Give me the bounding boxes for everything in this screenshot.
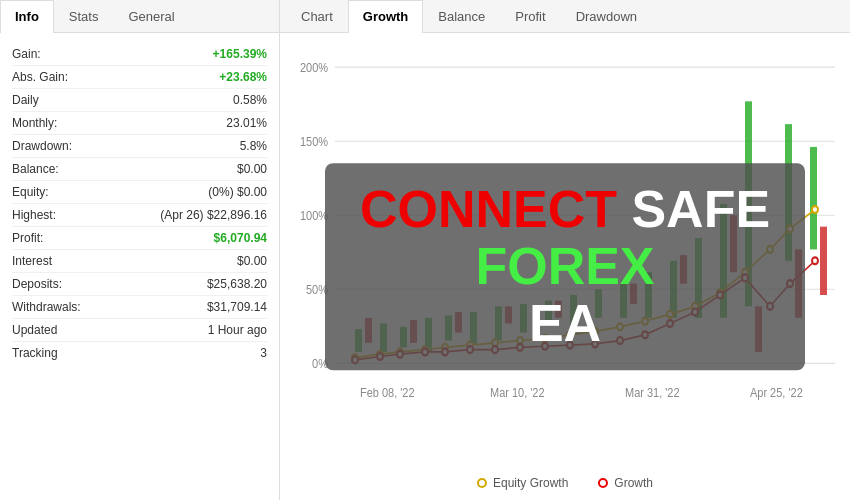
chart-tab-balance[interactable]: Balance (423, 0, 500, 32)
abs-gain-value: +23.68% (219, 70, 267, 84)
svg-point-63 (812, 206, 818, 213)
chart-tab-chart[interactable]: Chart (286, 0, 348, 32)
equity-growth-label: Equity Growth (493, 476, 568, 490)
info-row-equity: Equity: (0%) $0.00 (12, 181, 267, 204)
info-row-highest: Highest: (Apr 26) $22,896.16 (12, 204, 267, 227)
gain-label: Gain: (12, 47, 41, 61)
info-row-daily: Daily 0.58% (12, 89, 267, 112)
info-row-profit: Profit: $6,070.94 (12, 227, 267, 250)
gain-value: +165.39% (213, 47, 267, 61)
info-content: Gain: +165.39% Abs. Gain: +23.68% Daily … (0, 33, 279, 500)
growth-label: Growth (614, 476, 653, 490)
chart-area: 200% 150% 100% 50% 0% Feb 08, '22 Mar 10… (280, 33, 850, 500)
info-row-deposits: Deposits: $25,638.20 (12, 273, 267, 296)
overlay-connect: CONNECT (360, 180, 617, 238)
overlay: CONNECT SAFE FOREX EA (325, 163, 805, 371)
svg-text:150%: 150% (300, 134, 329, 148)
equity-value: (0%) $0.00 (208, 185, 267, 199)
chart-tab-profit[interactable]: Profit (500, 0, 560, 32)
withdrawals-value: $31,709.14 (207, 300, 267, 314)
svg-rect-32 (810, 147, 817, 250)
info-row-tracking: Tracking 3 (12, 342, 267, 364)
highest-label: Highest: (12, 208, 56, 222)
tab-stats[interactable]: Stats (54, 0, 114, 32)
info-row-updated: Updated 1 Hour ago (12, 319, 267, 342)
deposits-value: $25,638.20 (207, 277, 267, 291)
svg-text:200%: 200% (300, 60, 329, 74)
daily-label: Daily (12, 93, 39, 107)
info-row-monthly: Monthly: 23.01% (12, 112, 267, 135)
interest-label: Interest (12, 254, 52, 268)
svg-point-83 (812, 257, 818, 264)
overlay-safe: SAFE (631, 180, 770, 238)
tracking-label: Tracking (12, 346, 58, 360)
svg-text:Feb 08, '22: Feb 08, '22 (360, 386, 415, 400)
balance-label: Balance: (12, 162, 59, 176)
drawdown-label: Drawdown: (12, 139, 72, 153)
svg-text:Mar 31, '22: Mar 31, '22 (625, 386, 680, 400)
profit-value: $6,070.94 (214, 231, 267, 245)
monthly-value: 23.01% (226, 116, 267, 130)
info-row-abs-gain: Abs. Gain: +23.68% (12, 66, 267, 89)
deposits-label: Deposits: (12, 277, 62, 291)
growth-dot (598, 478, 608, 488)
right-panel: Chart Growth Balance Profit Drawdown 200… (280, 0, 850, 500)
equity-label: Equity: (12, 185, 49, 199)
monthly-label: Monthly: (12, 116, 57, 130)
withdrawals-label: Withdrawals: (12, 300, 81, 314)
info-row-drawdown: Drawdown: 5.8% (12, 135, 267, 158)
overlay-text: CONNECT SAFE FOREX EA (355, 181, 775, 353)
updated-label: Updated (12, 323, 57, 337)
info-row-withdrawals: Withdrawals: $31,709.14 (12, 296, 267, 319)
svg-text:Mar 10, '22: Mar 10, '22 (490, 386, 545, 400)
left-panel: Info Stats General Gain: +165.39% Abs. G… (0, 0, 280, 500)
tab-info[interactable]: Info (0, 0, 54, 33)
interest-value: $0.00 (237, 254, 267, 268)
tracking-value: 3 (260, 346, 267, 360)
info-row-gain: Gain: +165.39% (12, 43, 267, 66)
chart-tab-drawdown[interactable]: Drawdown (561, 0, 652, 32)
overlay-ea: EA (529, 294, 601, 352)
profit-label: Profit: (12, 231, 43, 245)
chart-tab-growth[interactable]: Growth (348, 0, 424, 33)
info-row-interest: Interest $0.00 (12, 250, 267, 273)
equity-growth-dot (477, 478, 487, 488)
chart-tab-bar: Chart Growth Balance Profit Drawdown (280, 0, 850, 33)
main-container: Info Stats General Gain: +165.39% Abs. G… (0, 0, 850, 500)
daily-value: 0.58% (233, 93, 267, 107)
svg-rect-43 (820, 227, 827, 295)
legend-equity-growth: Equity Growth (477, 476, 568, 490)
svg-text:Apr 25, '22: Apr 25, '22 (750, 386, 803, 400)
chart-legend: Equity Growth Growth (477, 476, 653, 490)
highest-value: (Apr 26) $22,896.16 (160, 208, 267, 222)
balance-value: $0.00 (237, 162, 267, 176)
left-tab-bar: Info Stats General (0, 0, 279, 33)
abs-gain-label: Abs. Gain: (12, 70, 68, 84)
updated-value: 1 Hour ago (208, 323, 267, 337)
info-row-balance: Balance: $0.00 (12, 158, 267, 181)
legend-growth: Growth (598, 476, 653, 490)
overlay-forex: FOREX (475, 237, 654, 295)
drawdown-value: 5.8% (240, 139, 267, 153)
tab-general[interactable]: General (113, 0, 189, 32)
